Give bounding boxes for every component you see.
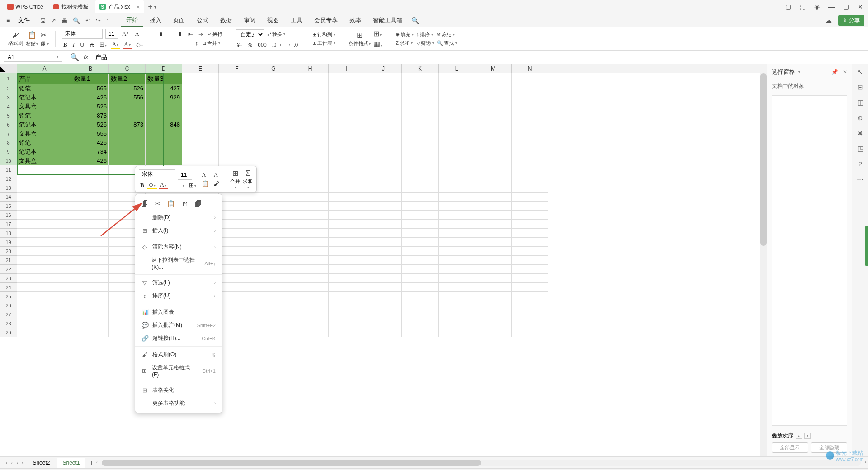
preview-icon[interactable]: 🔍 [73, 17, 80, 24]
row-header[interactable]: 20 [0, 247, 17, 256]
cell-C1[interactable]: 数量2 [109, 73, 146, 84]
mini-align[interactable]: ≡▾ [178, 182, 186, 189]
rail-icon-2[interactable]: ⊟ [857, 83, 863, 91]
font-size-input[interactable] [105, 29, 118, 39]
ctx-paste-icon[interactable]: 📋 [167, 200, 175, 208]
cond-format-button[interactable]: ⊞条件格式▾ [349, 31, 371, 47]
cell[interactable]: 426 [72, 93, 109, 102]
cell[interactable]: 565 [72, 84, 109, 93]
increase-font-icon[interactable]: A⁺ [121, 30, 131, 38]
tab-ai-tools[interactable]: 智能工具箱 [368, 14, 408, 26]
row-header[interactable]: 8 [0, 138, 17, 147]
fill-color-button[interactable]: ◇▾ [135, 41, 144, 48]
cell[interactable]: 734 [72, 147, 109, 156]
mini-brush[interactable]: 🖌 [212, 180, 221, 188]
cell-style-icon[interactable]: ▦▾ [373, 40, 382, 48]
mini-sum[interactable]: Σ求和▾ [243, 169, 253, 189]
row-header[interactable]: 10 [0, 156, 17, 165]
cell[interactable]: 笔记本 [17, 93, 72, 102]
border-button[interactable]: ⊞▾ [98, 41, 108, 48]
col-C[interactable]: C [109, 64, 146, 73]
row-header[interactable]: 23 [0, 274, 17, 283]
col-B[interactable]: B [72, 64, 109, 73]
col-M[interactable]: M [475, 64, 512, 73]
cube-icon[interactable]: ⬚ [798, 3, 807, 10]
show-all-button[interactable]: 全部显示 [772, 442, 808, 453]
ctx-copy-icon[interactable]: 🗐 [142, 200, 148, 208]
name-box[interactable]: A1▾ [4, 53, 62, 62]
tab-page[interactable]: 页面 [168, 14, 190, 26]
mini-font-size[interactable] [178, 170, 192, 180]
ctx-insert-comment[interactable]: 💬插入批注(M)Shift+F2 [135, 319, 222, 332]
fill-button[interactable]: ⊕填充▾ [396, 31, 414, 38]
sheet-tab-sheet2[interactable]: Sheet2 [27, 458, 55, 468]
orientation-icon[interactable]: ↕ [194, 40, 200, 47]
mini-highlight[interactable]: ◇▾ [147, 181, 157, 189]
qat-dropdown[interactable]: ▾ [107, 17, 108, 24]
mini-paste[interactable]: 📋 [200, 180, 210, 188]
worksheet-button[interactable]: ⊞工作表▾ [312, 40, 335, 47]
col-J[interactable]: J [365, 64, 402, 73]
pane-close-icon[interactable]: ✕ [843, 69, 847, 75]
find-button[interactable]: 🔍查找▾ [437, 40, 457, 47]
cell[interactable]: 526 [109, 84, 146, 93]
indent-inc-icon[interactable]: ⇥ [197, 31, 205, 38]
cell[interactable]: 427 [146, 84, 182, 93]
percent-icon[interactable]: % [246, 41, 254, 48]
strike-button[interactable]: A [88, 41, 95, 48]
cell[interactable] [146, 129, 182, 138]
row-header[interactable]: 16 [0, 211, 17, 220]
row-header[interactable]: 14 [0, 193, 17, 202]
col-N[interactable]: N [512, 64, 548, 73]
redo-icon[interactable]: ↷ [96, 17, 101, 24]
row-header[interactable]: 12 [0, 174, 17, 183]
cell[interactable] [109, 111, 146, 120]
tab-add-dropdown[interactable]: ▾ [154, 5, 156, 9]
rail-icon-6[interactable]: ◳ [857, 145, 863, 153]
cell[interactable] [146, 147, 182, 156]
cell[interactable]: 文具盒 [17, 102, 72, 111]
row-header[interactable]: 15 [0, 202, 17, 211]
cell[interactable]: 文具盒 [17, 156, 72, 165]
tab-vip[interactable]: 会员专享 [309, 14, 343, 26]
align-middle-icon[interactable]: ≡ [168, 31, 174, 38]
tab-efficiency[interactable]: 效率 [344, 14, 367, 26]
cell[interactable]: 笔记本 [17, 120, 72, 129]
cell-D1[interactable]: 数量3 [146, 73, 182, 84]
ctx-cell-format[interactable]: ⊞设置单元格格式(F)...Ctrl+1 [135, 361, 222, 381]
cell[interactable]: 笔记本 [17, 147, 72, 156]
cell[interactable]: 526 [72, 102, 109, 111]
cut-icon[interactable]: ✂ [41, 31, 49, 39]
row-header[interactable]: 18 [0, 229, 17, 238]
maximize-button[interactable]: ▢ [842, 3, 850, 10]
row-header[interactable]: 19 [0, 238, 17, 247]
row-header[interactable]: 22 [0, 265, 17, 274]
cell[interactable]: 426 [72, 156, 109, 165]
row-header[interactable]: 28 [0, 319, 17, 328]
sheet-nav-last[interactable]: ›| [21, 460, 26, 465]
search-icon[interactable]: 🔍 [409, 17, 422, 24]
align-center-icon[interactable]: ≡ [166, 40, 172, 47]
freeze-button[interactable]: ❄冻结▾ [437, 31, 457, 38]
tab-start[interactable]: 开始 [121, 14, 143, 27]
ctx-hyperlink[interactable]: 🔗超链接(H)...Ctrl+K [135, 332, 222, 345]
rail-icon-5[interactable]: ✖ [857, 129, 863, 137]
col-E[interactable]: E [182, 64, 219, 73]
align-justify-icon[interactable]: ≣ [184, 40, 191, 47]
export-icon[interactable]: ↗ [51, 17, 56, 24]
tab-tools[interactable]: 工具 [285, 14, 308, 26]
row-header[interactable]: 9 [0, 147, 17, 156]
mini-dec-font[interactable]: A⁻ [212, 171, 222, 179]
sheet-nav-first[interactable]: |‹ [4, 460, 9, 465]
tab-add-button[interactable]: + [148, 3, 152, 11]
col-K[interactable]: K [402, 64, 439, 73]
copy-dropdown[interactable]: 🗐▾ [41, 41, 49, 47]
merge-button[interactable]: ⊞合并▾ [202, 40, 220, 47]
help-icon[interactable]: ? [858, 160, 862, 168]
user-icon[interactable]: ◉ [813, 3, 821, 10]
vertical-scrollbar[interactable] [760, 73, 767, 456]
share-button[interactable]: ⇪ 分享 [838, 15, 864, 26]
row-header[interactable]: 26 [0, 301, 17, 310]
row-header[interactable]: 25 [0, 292, 17, 301]
add-sheet-button[interactable]: + [87, 459, 96, 466]
